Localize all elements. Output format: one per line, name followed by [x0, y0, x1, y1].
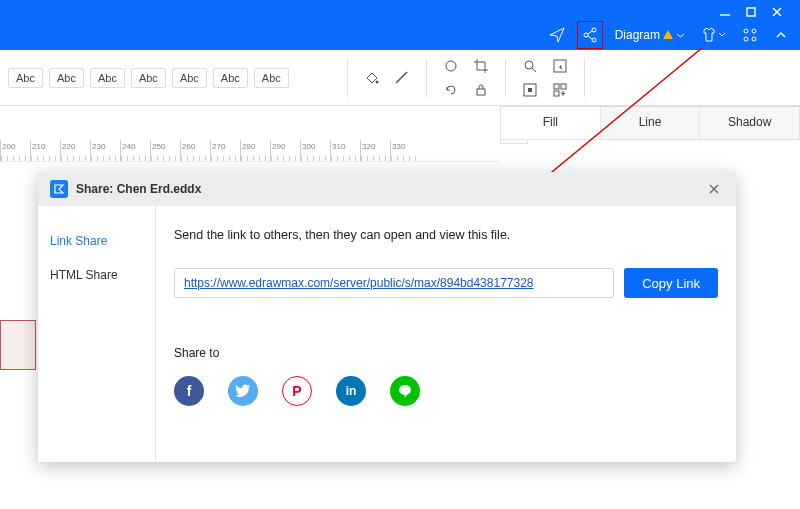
share-facebook-button[interactable]: f	[174, 376, 204, 406]
crop-icon[interactable]	[469, 56, 493, 76]
svg-point-9	[752, 37, 756, 41]
shape-style-3[interactable]: Abc	[90, 68, 125, 88]
window-close[interactable]	[766, 4, 788, 20]
share-dialog: Share: Chen Erd.eddx Link Share HTML Sha…	[38, 172, 736, 462]
svg-point-10	[375, 80, 378, 83]
svg-point-6	[744, 29, 748, 33]
diagram-label: Diagram	[615, 28, 660, 42]
share-twitter-button[interactable]	[228, 376, 258, 406]
svg-rect-12	[477, 89, 485, 95]
components-icon[interactable]	[548, 80, 572, 100]
dialog-title: Share: Chen Erd.eddx	[76, 182, 201, 196]
share-instructions: Send the link to others, then they can o…	[174, 228, 718, 242]
canvas-shape[interactable]	[0, 320, 36, 370]
sidebar-item-html-share[interactable]: HTML Share	[38, 258, 155, 292]
tab-fill[interactable]: Fill	[501, 107, 601, 139]
title-bar: Diagram	[0, 0, 800, 50]
svg-rect-18	[561, 84, 566, 89]
window-minimize[interactable]	[714, 4, 736, 20]
copy-link-button[interactable]: Copy Link	[624, 268, 718, 298]
share-icon[interactable]	[577, 21, 603, 49]
svg-rect-19	[554, 91, 559, 96]
diagram-menu[interactable]: Diagram	[611, 22, 689, 48]
select-area-icon[interactable]	[548, 56, 572, 76]
sidebar-item-link-share[interactable]: Link Share	[38, 224, 155, 258]
share-line-button[interactable]	[390, 376, 420, 406]
tab-shadow[interactable]: Shadow	[700, 107, 799, 139]
shape-style-6[interactable]: Abc	[213, 68, 248, 88]
share-to-label: Share to	[174, 346, 718, 360]
window-restore[interactable]	[740, 4, 762, 20]
svg-rect-17	[554, 84, 559, 89]
svg-point-3	[584, 33, 588, 37]
search-icon[interactable]	[518, 56, 542, 76]
send-icon[interactable]	[545, 22, 569, 48]
shape-style-1[interactable]: Abc	[8, 68, 43, 88]
focus-icon[interactable]	[518, 80, 542, 100]
svg-point-21	[399, 385, 411, 395]
collapse-ribbon-icon[interactable]	[770, 22, 792, 48]
close-dialog-button[interactable]	[704, 179, 724, 199]
fill-bucket-icon[interactable]	[360, 68, 384, 88]
svg-marker-5	[663, 30, 673, 39]
svg-point-13	[525, 61, 533, 69]
lock-icon[interactable]	[469, 80, 493, 100]
line-style-icon[interactable]	[390, 68, 414, 88]
rotate-icon[interactable]	[439, 80, 463, 100]
svg-point-4	[592, 38, 596, 42]
share-url-field[interactable]: https://www.edrawmax.com/server/public/s…	[174, 268, 614, 298]
ribbon-toolbar: Abc Abc Abc Abc Abc Abc Abc	[0, 50, 800, 106]
tshirt-icon[interactable]	[697, 22, 730, 48]
app-logo-icon	[50, 180, 68, 198]
svg-point-7	[752, 29, 756, 33]
shape-circle-icon[interactable]	[439, 56, 463, 76]
share-mode-sidebar: Link Share HTML Share	[38, 206, 156, 462]
horizontal-ruler: 2002102202302402502602702802903003103203…	[0, 140, 500, 162]
apps-grid-icon[interactable]	[738, 22, 762, 48]
shape-style-7[interactable]: Abc	[254, 68, 289, 88]
svg-point-2	[592, 28, 596, 32]
svg-point-11	[446, 61, 456, 71]
shape-style-5[interactable]: Abc	[172, 68, 207, 88]
svg-point-8	[744, 37, 748, 41]
shape-style-2[interactable]: Abc	[49, 68, 84, 88]
share-linkedin-button[interactable]: in	[336, 376, 366, 406]
tab-line[interactable]: Line	[601, 107, 701, 139]
svg-rect-16	[528, 88, 532, 92]
properties-tabs: Fill Line Shadow	[500, 106, 800, 140]
share-pinterest-button[interactable]: P	[282, 376, 312, 406]
shape-style-4[interactable]: Abc	[131, 68, 166, 88]
svg-rect-1	[747, 8, 755, 16]
